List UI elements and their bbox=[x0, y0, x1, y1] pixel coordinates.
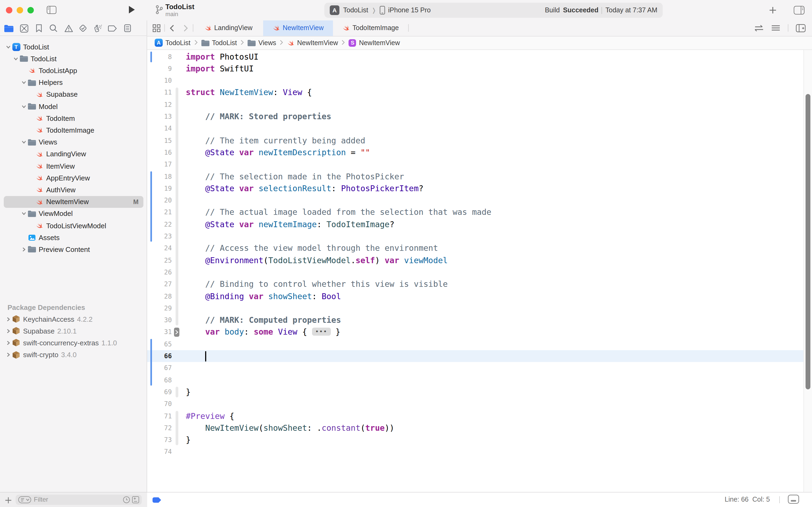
code-line-27[interactable]: 27 // Binding to control whether this vi… bbox=[147, 278, 812, 290]
new-tab-plus-icon[interactable] bbox=[768, 5, 777, 14]
code-line-21[interactable]: 21 // The actual image loaded from the s… bbox=[147, 207, 812, 219]
code-line-73[interactable]: 73} bbox=[147, 434, 812, 446]
package-row[interactable]: swift-concurrency-extras1.1.0 bbox=[0, 337, 147, 349]
keyboard-icon[interactable] bbox=[788, 495, 799, 506]
code-line-66[interactable]: 66 bbox=[147, 350, 812, 362]
code-line-8[interactable]: 8import PhotosUI bbox=[147, 51, 812, 63]
breadcrumb-item[interactable]: Views bbox=[247, 39, 276, 47]
zoom-window-button[interactable] bbox=[27, 7, 34, 13]
disclosure-closed-icon[interactable] bbox=[4, 329, 12, 334]
package-row[interactable]: Supabase2.10.1 bbox=[0, 325, 147, 337]
code-line-23[interactable]: 23 bbox=[147, 230, 812, 242]
code-review-icon[interactable] bbox=[755, 25, 764, 32]
scheme-name[interactable]: TodoList bbox=[343, 6, 368, 14]
disclosure-closed-icon[interactable] bbox=[4, 340, 12, 345]
disclosure-closed-icon[interactable] bbox=[4, 317, 12, 322]
inspector-toggle-icon[interactable] bbox=[793, 5, 805, 14]
breadcrumb-item[interactable]: TodoList bbox=[201, 39, 237, 47]
run-button[interactable] bbox=[127, 5, 136, 14]
breadcrumb-item[interactable]: ATodoList bbox=[155, 39, 190, 47]
editor-tab-NewItemView[interactable]: NewItemView bbox=[263, 20, 333, 36]
code-line-74[interactable]: 74 bbox=[147, 446, 812, 458]
reports-icon[interactable] bbox=[123, 23, 132, 33]
tests-icon[interactable] bbox=[78, 23, 88, 33]
file-tree-row[interactable]: TTodoList bbox=[0, 41, 147, 53]
project-navigator-icon[interactable] bbox=[4, 23, 13, 33]
scrollbar-thumb[interactable] bbox=[806, 94, 810, 389]
code-line-14[interactable]: 14 bbox=[147, 123, 812, 135]
code-line-11[interactable]: 11struct NewItemView: View { bbox=[147, 87, 812, 99]
code-line-16[interactable]: 16 @State var newItemDescription = "" bbox=[147, 147, 812, 159]
go-forward-icon[interactable] bbox=[179, 20, 193, 36]
close-window-button[interactable] bbox=[6, 7, 12, 13]
code-line-13[interactable]: 13 // MARK: Stored properties bbox=[147, 111, 812, 123]
code-line-26[interactable]: 26 bbox=[147, 266, 812, 278]
code-line-69[interactable]: 69} bbox=[147, 386, 812, 398]
disclosure-closed-icon[interactable] bbox=[20, 247, 27, 252]
add-item-plus-icon[interactable] bbox=[3, 495, 13, 505]
editor-tab-LandingView[interactable]: LandingView bbox=[193, 20, 263, 36]
adjust-editor-icon[interactable] bbox=[771, 25, 780, 32]
fold-disclosure-icon[interactable] bbox=[174, 328, 179, 337]
disclosure-closed-icon[interactable] bbox=[4, 352, 12, 357]
package-row[interactable]: swift-crypto3.4.0 bbox=[0, 349, 147, 361]
navigator-toggle-icon[interactable] bbox=[46, 5, 56, 14]
code-line-10[interactable]: 10 bbox=[147, 75, 812, 87]
scheme-status-bar[interactable]: A TodoList ❭ iPhone 15 Pro BuildSucceede… bbox=[325, 3, 663, 18]
code-line-71[interactable]: 71#Preview { bbox=[147, 410, 812, 422]
bookmarks-icon[interactable] bbox=[35, 23, 44, 33]
file-tree-row[interactable]: TodoItem bbox=[0, 112, 147, 124]
flags-filter-icon[interactable] bbox=[132, 496, 139, 503]
filter-input[interactable]: Filter bbox=[15, 494, 142, 505]
code-line-12[interactable]: 12 bbox=[147, 99, 812, 111]
code-line-29[interactable]: 29 bbox=[147, 302, 812, 315]
disclosure-open-icon[interactable] bbox=[4, 44, 12, 49]
add-editor-icon[interactable] bbox=[796, 24, 806, 32]
recent-clock-icon[interactable] bbox=[123, 496, 130, 503]
code-line-30[interactable]: 30 // MARK: Computed properties bbox=[147, 314, 812, 326]
code-line-72[interactable]: 72 NewItemView(showSheet: .constant(true… bbox=[147, 422, 812, 434]
code-line-15[interactable]: 15 // The item currently being added bbox=[147, 134, 812, 147]
source-editor[interactable]: 8import PhotosUI9import SwiftUI1011struc… bbox=[147, 50, 812, 492]
filter-menu-icon[interactable] bbox=[18, 496, 31, 503]
disclosure-open-icon[interactable] bbox=[20, 80, 27, 85]
file-tree-row[interactable]: Supabase bbox=[0, 89, 147, 101]
file-tree-row[interactable]: Helpers bbox=[0, 76, 147, 88]
code-line-65[interactable]: 65 bbox=[147, 338, 812, 350]
file-tree-row[interactable]: Preview Content bbox=[0, 243, 147, 256]
code-line-17[interactable]: 17 bbox=[147, 158, 812, 171]
go-back-icon[interactable] bbox=[165, 20, 179, 36]
minimize-window-button[interactable] bbox=[17, 7, 23, 13]
find-icon[interactable] bbox=[49, 23, 58, 33]
run-destination[interactable]: iPhone 15 Pro bbox=[388, 6, 431, 14]
editor-tab-TodoItemImage[interactable]: TodoItemImage bbox=[333, 20, 408, 36]
file-tree-row[interactable]: Views bbox=[0, 136, 147, 148]
file-tree-row[interactable]: NewItemViewM bbox=[0, 196, 147, 208]
code-line-70[interactable]: 70 bbox=[147, 398, 812, 410]
disclosure-open-icon[interactable] bbox=[20, 104, 27, 109]
file-tree-row[interactable]: TodoListApp bbox=[0, 65, 147, 76]
code-line-68[interactable]: 68 bbox=[147, 374, 812, 386]
source-control-icon[interactable] bbox=[19, 23, 28, 33]
code-line-19[interactable]: 19 @State var selectionResult: PhotosPic… bbox=[147, 183, 812, 195]
package-row[interactable]: KeychainAccess4.2.2 bbox=[0, 313, 147, 325]
minimap-grid-icon[interactable] bbox=[148, 20, 164, 36]
file-tree-row[interactable]: LandingView bbox=[0, 148, 147, 160]
editor-scrollbar[interactable] bbox=[803, 50, 812, 492]
code-line-31[interactable]: 31 var body: some View { ••• } bbox=[147, 326, 812, 338]
file-tree-row[interactable]: ItemView bbox=[0, 160, 147, 172]
disclosure-open-icon[interactable] bbox=[12, 56, 19, 61]
file-tree-row[interactable]: AppEntryView bbox=[0, 172, 147, 184]
disclosure-open-icon[interactable] bbox=[20, 211, 27, 216]
file-tree-row[interactable]: Model bbox=[0, 101, 147, 112]
code-line-9[interactable]: 9import SwiftUI bbox=[147, 63, 812, 75]
file-tree-row[interactable]: AuthView bbox=[0, 184, 147, 196]
code-line-28[interactable]: 28 @Binding var showSheet: Bool bbox=[147, 290, 812, 302]
file-tree-row[interactable]: TodoItemImage bbox=[0, 124, 147, 136]
file-tree-row[interactable]: TodoListViewModel bbox=[0, 220, 147, 231]
file-tree-row[interactable]: TodoList bbox=[0, 53, 147, 64]
code-line-22[interactable]: 22 @State var newItemImage: TodoItemImag… bbox=[147, 218, 812, 230]
breakpoints-icon[interactable] bbox=[108, 23, 117, 33]
file-tree-row[interactable]: ViewModel bbox=[0, 208, 147, 220]
debug-icon[interactable] bbox=[93, 23, 102, 33]
